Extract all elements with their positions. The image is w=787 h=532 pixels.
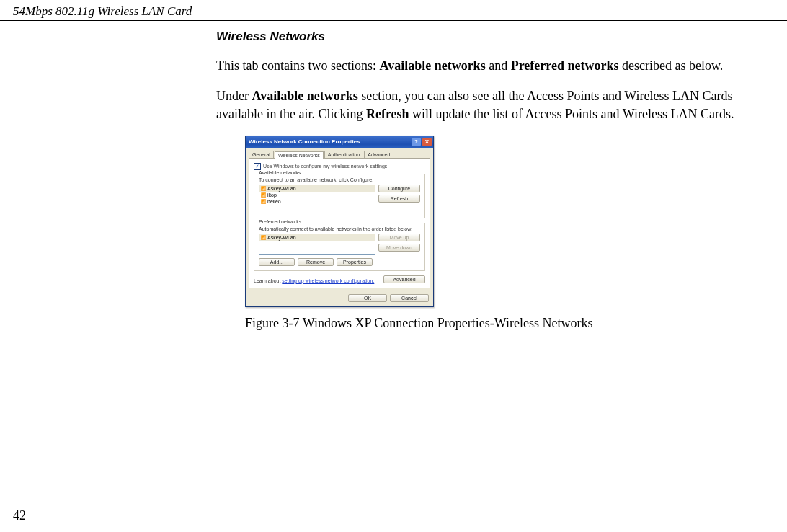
dialog-bottom-buttons: OK Cancel	[246, 291, 433, 306]
p2-strong-refresh: Refresh	[366, 107, 409, 121]
cancel-button[interactable]: Cancel	[390, 294, 429, 302]
available-listbox[interactable]: Askey-WLan iltop helleo	[259, 185, 375, 213]
properties-button[interactable]: Properties	[337, 258, 373, 266]
antenna-icon	[261, 192, 265, 197]
list-item[interactable]: iltop	[259, 192, 375, 198]
p1-strong-available: Available networks	[379, 58, 485, 73]
preferred-group-label: Preferred networks:	[257, 219, 304, 224]
tab-wireless-networks[interactable]: Wireless Networks	[275, 151, 324, 159]
antenna-icon	[261, 186, 265, 190]
p1-mid: and	[486, 58, 511, 73]
learn-prefix: Learn about	[254, 278, 282, 283]
p1-strong-preferred: Preferred networks	[511, 58, 619, 73]
antenna-icon	[261, 199, 265, 203]
list-item-label: iltop	[267, 192, 277, 198]
antenna-icon	[261, 235, 265, 239]
learn-link[interactable]: setting up wireless network configuratio…	[282, 278, 374, 283]
list-item-label: Askey-WLan	[267, 235, 296, 240]
list-item[interactable]: Askey-WLan	[259, 185, 375, 192]
section-title: Wireless Networks	[216, 30, 774, 44]
remove-button[interactable]: Remove	[298, 258, 334, 266]
preferred-networks-group: Preferred networks: Automatically connec…	[254, 223, 425, 271]
running-header: 54Mbps 802.11g Wireless LAN Card	[0, 0, 787, 21]
list-item[interactable]: helleo	[259, 198, 375, 205]
dialog-title: Wireless Network Connection Properties	[249, 138, 410, 145]
preferred-listbox[interactable]: Askey-WLan	[259, 234, 375, 255]
close-button[interactable]: X	[422, 138, 432, 146]
tab-general[interactable]: General	[249, 151, 274, 158]
learn-row: Learn about setting up wireless network …	[254, 275, 425, 283]
add-button[interactable]: Add...	[259, 258, 295, 266]
dialog-pane: ✓ Use Windows to configure my wireless n…	[249, 158, 430, 288]
use-windows-label: Use Windows to configure my wireless net…	[263, 164, 387, 169]
content-area: Wireless Networks This tab contains two …	[216, 30, 774, 331]
help-button[interactable]: ?	[412, 138, 421, 146]
move-up-button[interactable]: Move up	[378, 234, 420, 241]
use-windows-checkbox[interactable]: ✓	[254, 163, 261, 170]
tab-advanced[interactable]: Advanced	[364, 151, 394, 158]
list-item-label: Askey-WLan	[267, 186, 296, 191]
dialog-tabs: General Wireless Networks Authentication…	[246, 148, 433, 158]
list-item-label: helleo	[267, 199, 281, 204]
preferred-hint: Automatically connect to available netwo…	[259, 226, 420, 231]
page-number: 42	[13, 508, 26, 523]
figure-caption: Figure 3-7 Windows XP Connection Propert…	[245, 316, 774, 331]
paragraph-1: This tab contains two sections: Availabl…	[216, 57, 774, 74]
move-down-button[interactable]: Move down	[378, 244, 420, 252]
p1-text: This tab contains two sections:	[216, 58, 379, 73]
p2-after: will update the list of Access Points an…	[409, 107, 734, 121]
advanced-button[interactable]: Advanced	[383, 275, 425, 283]
p1-after: described as below.	[618, 58, 723, 73]
tab-authentication[interactable]: Authentication	[324, 151, 363, 158]
available-group-label: Available networks:	[257, 170, 303, 175]
ok-button[interactable]: OK	[348, 294, 387, 302]
available-hint: To connect to an available network, clic…	[259, 177, 420, 182]
p2-strong-available: Available networks	[252, 89, 357, 103]
list-item[interactable]: Askey-WLan	[259, 234, 375, 241]
figure-dialog-screenshot: Wireless Network Connection Properties ?…	[245, 136, 774, 307]
p2-before: Under	[216, 89, 252, 103]
dialog-titlebar[interactable]: Wireless Network Connection Properties ?…	[246, 136, 433, 148]
refresh-button[interactable]: Refresh	[378, 195, 420, 203]
use-windows-row[interactable]: ✓ Use Windows to configure my wireless n…	[254, 163, 425, 170]
xp-dialog: Wireless Network Connection Properties ?…	[245, 136, 434, 307]
paragraph-2: Under Available networks section, you ca…	[216, 87, 774, 123]
available-networks-group: Available networks: To connect to an ava…	[254, 174, 425, 218]
configure-button[interactable]: Configure	[378, 185, 420, 192]
